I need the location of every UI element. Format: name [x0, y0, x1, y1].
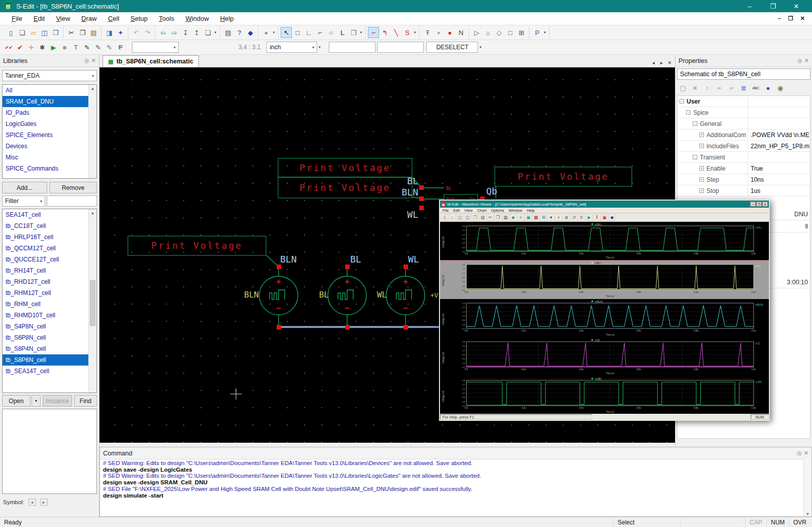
cell-item-tb_CC18T_cell[interactable]: tb_CC18T_cell — [3, 220, 89, 232]
library-group-IO_Pads[interactable]: IO_Pads — [3, 107, 89, 118]
rename-ab-icon[interactable]: ab — [714, 82, 725, 93]
scroll-up-icon[interactable]: ▲ — [89, 85, 96, 92]
validate-all-icon[interactable]: ✔✔ — [3, 42, 14, 53]
print-voltage-label[interactable]: Print Voltage — [299, 182, 391, 193]
annotate-icon-dropdown[interactable]: ▾ — [272, 30, 276, 35]
library-group-Misc[interactable]: Misc — [3, 152, 89, 163]
go-forward-icon[interactable]: ⇨ — [168, 27, 180, 38]
net-label-bl[interactable]: BL — [319, 290, 329, 300]
wire-diagonal-icon[interactable]: ╲ — [390, 27, 401, 38]
property-row-stop[interactable]: +Stop1us — [678, 185, 810, 196]
print-icon[interactable]: ▤ — [222, 27, 233, 38]
net-label-bl[interactable]: BL — [407, 176, 418, 186]
edit-in-place-icon[interactable]: ✦ — [115, 27, 126, 38]
mdi-restore-button[interactable]: ❐ — [788, 15, 793, 22]
connection-pin[interactable] — [345, 325, 350, 330]
wedit-minimize-button[interactable]: – — [750, 202, 756, 207]
print-voltage-label[interactable]: Print Voltage — [518, 171, 609, 182]
probe-voltage-icon[interactable]: ✎ — [81, 42, 92, 53]
symbol-next-button[interactable]: ▸ — [40, 499, 48, 506]
command-log[interactable]: # SED Warning: Edits to design "C:\Users… — [100, 459, 811, 514]
outport-symbol-icon[interactable]: ⌂ — [482, 27, 493, 38]
new-cell-icon[interactable]: ❏ — [16, 27, 27, 38]
property-value[interactable]: True — [748, 163, 810, 174]
cell-item-tb_RHM_cell[interactable]: tb_RHM_cell — [3, 299, 89, 310]
wedit-play-icon[interactable]: ▶ — [586, 214, 593, 221]
promote-property-icon[interactable]: ↑ — [701, 82, 713, 93]
command-scrollbar[interactable]: ▼ — [803, 458, 811, 516]
wedit-new-icon[interactable]: ▯ — [441, 214, 448, 221]
net-label-qb[interactable]: Qb — [486, 186, 497, 196]
wedit-zoom-in-icon[interactable]: ↺ — [570, 214, 578, 221]
remove-library-button[interactable]: Remove — [49, 182, 97, 193]
wedit-paste-icon[interactable]: ▥ — [502, 214, 509, 221]
wedit-menu-chart[interactable]: Chart — [477, 208, 486, 213]
collapse-icon[interactable]: - — [686, 110, 691, 115]
wedit-menu-window[interactable]: Window — [509, 208, 522, 213]
wedit-window[interactable]: ▦ W-Edit - Waveform Viewer - [C:\Users\a… — [439, 200, 770, 421]
collapse-icon[interactable]: - — [693, 155, 697, 159]
waveform-panel-v(WL)[interactable]: v(WL)1.81.51.20.90.60.30.00.00.2u0.4u0.6… — [440, 222, 769, 260]
instance-cell-button[interactable]: Instance — [43, 395, 72, 407]
menu-cell[interactable]: Cell — [103, 13, 125, 24]
library-group-LogicGates[interactable]: LogicGates — [3, 118, 89, 129]
rename-ba-icon[interactable]: ab — [726, 82, 737, 93]
menu-file[interactable]: File — [6, 13, 28, 24]
wedit-zoom-out-icon[interactable]: ↻ — [578, 214, 585, 221]
pin-icon[interactable]: ◎ — [797, 57, 802, 64]
save-all-icon[interactable]: ❒ — [50, 27, 61, 38]
wedit-print-icon[interactable]: ▤ — [479, 214, 486, 221]
ip-icon[interactable]: IP — [115, 42, 126, 53]
property-value[interactable] — [748, 96, 810, 107]
probe-charge-icon[interactable]: ✎ — [104, 42, 115, 53]
find-cell-button[interactable]: Find — [74, 395, 97, 407]
view-page-icon[interactable]: ❏ — [202, 27, 213, 38]
mdi-close-button[interactable]: ✕ — [800, 15, 805, 22]
undo-icon[interactable]: ↶ — [130, 27, 142, 38]
cell-item-tb_S8P6N_cell[interactable]: tb_S8P6N_cell — [3, 354, 89, 366]
connection-pin[interactable] — [403, 325, 408, 330]
cell-item-tb_RHMD10T_cell[interactable]: tb_RHMD10T_cell — [3, 310, 89, 321]
visibility-eye-icon[interactable]: ◉ — [774, 82, 786, 93]
annotate-icon[interactable]: ● — [260, 27, 272, 38]
net-label-bln[interactable]: BLN — [280, 254, 297, 265]
expand-icon[interactable]: + — [699, 166, 704, 171]
property-pen-icon[interactable]: P — [531, 27, 543, 38]
color-swatch-icon[interactable]: ● — [762, 82, 773, 93]
waveform-chart-v(BLN)[interactable]: v(BLN)1.81.51.20.90.60.30.00.00.2u0.4u0.… — [440, 299, 769, 338]
close-button[interactable]: ✕ — [785, 3, 808, 10]
wedit-save-as-icon[interactable]: ◫ — [464, 214, 471, 221]
wedit-axes-icon[interactable]: ▾ — [548, 214, 555, 221]
net-label-wl[interactable]: WL — [407, 209, 418, 220]
property-value[interactable]: 10ns — [748, 174, 810, 185]
property-row-step[interactable]: +Step10ns — [678, 174, 810, 185]
coordinate-field-y[interactable] — [377, 42, 424, 53]
save-icon[interactable]: ◫ — [39, 27, 50, 38]
voltage-source[interactable]: +− — [328, 276, 366, 315]
docs-icon[interactable]: ◆ — [245, 27, 256, 38]
connection-pin[interactable] — [419, 185, 424, 190]
wedit-menu-view[interactable]: View — [464, 208, 472, 213]
close-icon[interactable]: ✕ — [804, 57, 809, 64]
voltage-source[interactable]: +− — [259, 276, 298, 315]
select-property-icon[interactable]: ▢ — [677, 82, 688, 93]
instance-icon-dropdown[interactable]: ▾ — [359, 30, 363, 35]
property-row-general[interactable]: -General — [678, 118, 810, 129]
units-dropdown-dot[interactable]: ▾ — [317, 45, 322, 49]
net-label-+v[interactable]: +V — [430, 291, 438, 299]
library-group-SPICE_Elements[interactable]: SPICE_Elements — [3, 129, 89, 141]
cell-item-tb_S8P4N_cell[interactable]: tb_S8P4N_cell — [3, 343, 89, 354]
wedit-stack-icon[interactable]: ▦ — [532, 214, 539, 221]
help-icon[interactable]: ? — [233, 27, 245, 38]
cell-item-tb_S4P8N_cell[interactable]: tb_S4P8N_cell — [3, 321, 89, 332]
library-group-Devices[interactable]: Devices — [3, 141, 89, 152]
filter-combo[interactable]: Filter ▾ — [2, 195, 45, 207]
waveform-panel-v(BL)[interactable]: v(BL)1.81.51.20.90.60.30.00.00.2u0.4u0.6… — [440, 260, 769, 299]
tab-prev-button[interactable]: ◂ — [650, 60, 657, 65]
wedit-marker-icon[interactable]: ≣ — [563, 214, 570, 221]
net-label-bl[interactable]: BL — [350, 254, 361, 265]
open-icon[interactable]: ▱ — [27, 27, 39, 38]
menu-draw[interactable]: Draw — [76, 13, 102, 24]
library-group-SRAM_Cell_DNU[interactable]: SRAM_Cell_DNU — [3, 96, 89, 107]
cut-icon[interactable]: ✂ — [65, 27, 77, 38]
